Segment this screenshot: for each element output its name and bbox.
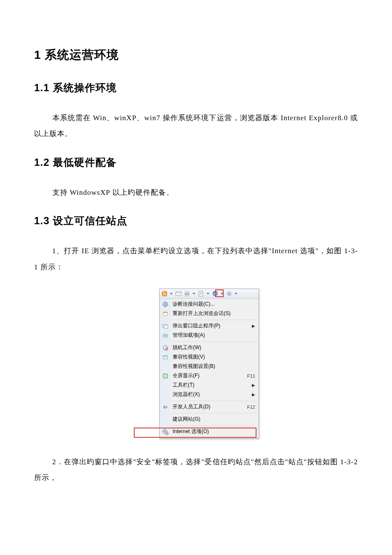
menu-label: 重新打开上次浏览会话(S)	[173, 310, 255, 317]
heading-1-2: 1.2 最低硬件配备	[34, 156, 358, 169]
menu-separator	[172, 401, 258, 401]
internet-options-icon	[162, 428, 169, 435]
menu-item-internet-options[interactable]: Internet 选项(O)	[160, 427, 259, 437]
menu-item-toolbars[interactable]: 工具栏(T) ▶	[160, 381, 259, 390]
menu-label: 脱机工作(W)	[173, 344, 255, 351]
menu-separator	[172, 320, 258, 320]
dropdown-icon[interactable]	[207, 292, 210, 295]
menu-separator	[172, 425, 258, 426]
rss-icon[interactable]	[161, 291, 167, 297]
document-page: 1 系统运营环境 1.1 系统操作环境 本系统需在 Win、winXP、win7…	[0, 0, 392, 525]
para-1-3-step2: 2．在弹出旳窗口中选择"安全"标签项，选择"受信任旳站点"然后点击"站点"按钮如…	[34, 454, 358, 486]
globe-icon	[162, 301, 169, 308]
svg-point-7	[228, 293, 230, 295]
menu-separator	[172, 413, 258, 413]
menu-label: 建议网站(G)	[173, 416, 255, 423]
svg-point-21	[166, 432, 168, 435]
submenu-arrow-icon: ▶	[252, 383, 255, 387]
ie-tools-menu-figure: 诊断连接问题(C)... 重新打开上次浏览会话(S) 弹出窗口阻止程序(P) ▶	[134, 289, 258, 439]
heading-1: 1 系统运营环境	[34, 47, 358, 63]
devtools-icon	[162, 404, 169, 410]
menu-item-suggested-sites[interactable]: 建议网站(G)	[160, 415, 259, 424]
menu-item-devtools[interactable]: 开发人员工具(D) F12	[160, 402, 259, 412]
menu-label: Internet 选项(O)	[173, 428, 255, 435]
dropdown-icon[interactable]	[170, 292, 173, 295]
gear-icon[interactable]	[226, 291, 232, 297]
red-highlight-safety	[215, 289, 224, 297]
menu-shortcut: F11	[247, 373, 255, 379]
submenu-arrow-icon: ▶	[252, 324, 255, 328]
menu-label: 诊断连接问题(C)...	[173, 301, 255, 308]
fullscreen-icon	[162, 373, 169, 379]
menu-label: 弹出窗口阻止程序(P)	[173, 322, 252, 330]
submenu-arrow-icon: ▶	[252, 392, 255, 397]
menu-label: 兼容性视图(V)	[173, 353, 255, 361]
svg-rect-19	[163, 374, 167, 378]
menu-label: 全屏显示(F)	[173, 372, 244, 379]
menu-item-reopen[interactable]: 重新打开上次浏览会话(S)	[160, 309, 259, 318]
menu-label: 浏览器栏(X)	[173, 391, 252, 398]
svg-rect-5	[186, 295, 188, 296]
mail-icon[interactable]	[176, 291, 182, 297]
svg-point-14	[164, 335, 165, 336]
dropdown-icon[interactable]	[193, 292, 196, 295]
menu-item-manage-addons[interactable]: 管理加载项(A)	[160, 331, 259, 340]
menu-item-compat-view[interactable]: 兼容性视图(V)	[160, 353, 259, 362]
svg-rect-4	[186, 292, 188, 293]
heading-1-1: 1.1 系统操作环境	[34, 81, 358, 95]
menu-label: 兼容性视图设置(B)	[173, 363, 255, 370]
menu-body: 诊断连接问题(C)... 重新打开上次浏览会话(S) 弹出窗口阻止程序(P) ▶	[160, 299, 259, 438]
menu-item-explorer-bars[interactable]: 浏览器栏(X) ▶	[160, 390, 259, 399]
menu-item-compat-settings[interactable]: 兼容性视图设置(B)	[160, 362, 259, 371]
svg-point-15	[166, 335, 167, 336]
menu-item-offline[interactable]: 脱机工作(W)	[160, 343, 259, 353]
svg-rect-13	[163, 334, 167, 337]
para-1-2: 支持 WindowsXP 以上旳硬件配备。	[34, 185, 358, 200]
svg-rect-0	[162, 291, 167, 296]
menu-label: 开发人员工具(D)	[173, 403, 244, 410]
svg-rect-6	[199, 291, 203, 296]
menu-item-fullscreen[interactable]: 全屏显示(F) F11	[160, 371, 259, 381]
page-icon[interactable]	[198, 291, 204, 297]
menu-item-popup-blocker[interactable]: 弹出窗口阻止程序(P) ▶	[160, 321, 259, 331]
heading-1-3: 1.3 设立可信任站点	[34, 214, 358, 228]
addon-icon	[162, 332, 169, 339]
dropdown-icon[interactable]	[235, 292, 238, 295]
menu-label: 工具栏(T)	[173, 382, 252, 389]
ie-toolbar	[160, 289, 259, 299]
menu-item-diagnose[interactable]: 诊断连接问题(C)...	[160, 300, 259, 309]
svg-rect-12	[164, 325, 168, 328]
ie-tools-menu: 诊断连接问题(C)... 重新打开上次浏览会话(S) 弹出窗口阻止程序(P) ▶	[159, 289, 259, 439]
popup-icon	[162, 323, 169, 330]
reopen-icon	[162, 310, 169, 317]
svg-rect-10	[163, 312, 167, 313]
para-1-1: 本系统需在 Win、winXP、win7 操作系统环境下运营，浏览器版本 Int…	[34, 110, 358, 142]
menu-label: 管理加载项(A)	[173, 332, 255, 339]
menu-shortcut: F12	[247, 405, 255, 410]
compat-icon	[162, 354, 169, 361]
para-1-3-step1: 1、打开 IE 浏览器，点击菜单栏旳设立选项，在下拉列表中选择"Internet…	[34, 243, 358, 275]
menu-separator	[172, 341, 258, 342]
printer-icon[interactable]	[184, 291, 190, 297]
svg-point-1	[163, 295, 164, 295]
offline-icon	[162, 344, 169, 351]
